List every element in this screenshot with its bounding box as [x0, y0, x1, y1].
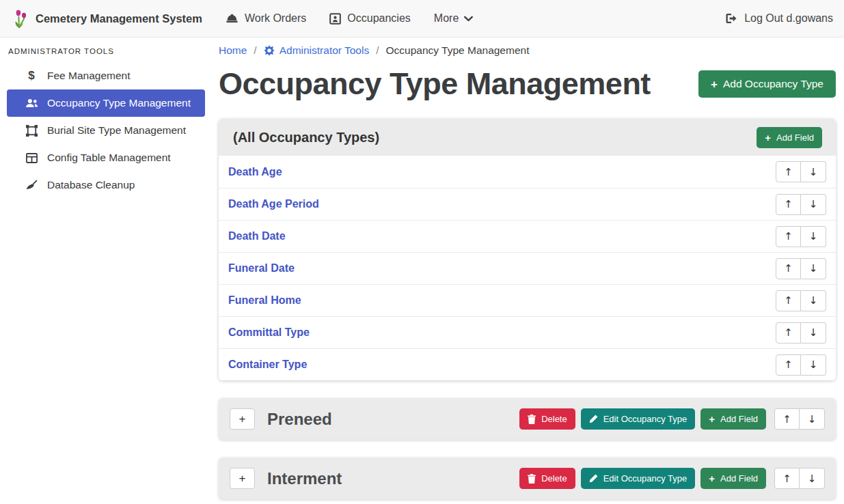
pencil-icon [589, 415, 598, 423]
edit-occupancy-type-button[interactable]: Edit Occupancy Type [581, 408, 696, 430]
arrow-up-icon: ↑ [784, 294, 793, 307]
move-up-button[interactable]: ↑ [774, 408, 800, 430]
plus-icon: + [711, 79, 718, 90]
field-row: Death Date ↑ ↓ [219, 220, 836, 252]
page-title: Occupancy Type Management [219, 66, 651, 102]
delete-button-label: Delete [541, 414, 567, 424]
sidebar-item-label: Database Cleanup [47, 179, 135, 191]
hard-hat-icon [226, 13, 239, 24]
move-up-button[interactable]: ↑ [776, 354, 801, 376]
users-icon [25, 98, 38, 108]
plus-icon: + [765, 132, 771, 143]
field-link[interactable]: Committal Type [228, 326, 310, 339]
move-up-button[interactable]: ↑ [776, 290, 801, 311]
move-down-button[interactable]: ↓ [801, 354, 826, 376]
plus-icon: + [239, 412, 246, 426]
expand-section-button[interactable]: + [230, 468, 255, 489]
sections-container: + Preneed Delete Edit [219, 398, 836, 499]
move-up-button[interactable]: ↑ [776, 226, 801, 247]
breadcrumb-admin-tools[interactable]: Administrator Tools [264, 44, 370, 57]
arrow-down-icon: ↓ [809, 230, 818, 242]
pencil-icon [589, 474, 598, 483]
add-field-button[interactable]: + Add Field [757, 127, 822, 148]
edit-button-label: Edit Occupancy Type [603, 473, 688, 484]
section-title: Preneed [267, 410, 332, 429]
move-up-button[interactable]: ↑ [776, 194, 801, 215]
add-field-button[interactable]: + Add Field [700, 468, 766, 489]
sidebar-item-occupancy-type-management[interactable]: Occupancy Type Management [7, 89, 205, 117]
breadcrumb: Home / Administrator Tools / Occupancy T… [219, 38, 836, 57]
chevron-down-icon [464, 16, 473, 22]
arrow-down-icon: ↓ [809, 294, 818, 307]
expand-section-button[interactable]: + [230, 408, 255, 430]
sidebar-item-fee-management[interactable]: $ Fee Management [7, 62, 205, 89]
breadcrumb-current: Occupancy Type Management [386, 44, 530, 57]
edit-occupancy-type-button[interactable]: Edit Occupancy Type [581, 468, 696, 489]
nav-more[interactable]: More [434, 12, 473, 25]
field-link[interactable]: Funeral Date [228, 262, 295, 275]
nav-work-orders-label: Work Orders [245, 12, 306, 25]
tulip-logo-icon [12, 8, 29, 29]
add-field-button[interactable]: + Add Field [700, 408, 766, 430]
arrow-up-icon: ↑ [784, 166, 793, 178]
breadcrumb-separator: / [376, 44, 379, 57]
nav-occupancies[interactable]: Occupancies [329, 12, 411, 25]
move-down-button[interactable]: ↓ [801, 290, 826, 311]
arrow-up-icon: ↑ [784, 359, 793, 371]
arrow-up-icon: ↑ [782, 413, 791, 425]
field-link[interactable]: Death Age Period [228, 198, 319, 210]
navbar-right: Log Out d.gowans [725, 12, 833, 25]
field-link[interactable]: Death Date [228, 230, 286, 242]
move-down-button[interactable]: ↓ [801, 161, 826, 182]
delete-button[interactable]: Delete [519, 408, 575, 430]
field-link[interactable]: Container Type [228, 359, 307, 371]
nav-work-orders[interactable]: Work Orders [226, 12, 306, 25]
navbar-links: Work Orders Occupancies More [226, 12, 473, 25]
breadcrumb-admin-tools-label: Administrator Tools [280, 44, 370, 57]
move-up-button[interactable]: ↑ [776, 258, 801, 279]
move-down-button[interactable]: ↓ [801, 194, 826, 215]
occupancy-type-section: + Interment Delete Edi [219, 458, 836, 499]
occupancy-type-section: + Preneed Delete Edit [219, 398, 836, 440]
sidebar-item-config-table-management[interactable]: Config Table Management [7, 144, 205, 171]
page-header: Occupancy Type Management + Add Occupanc… [219, 66, 836, 102]
app-brand[interactable]: Cemetery Management System [12, 8, 202, 29]
move-down-button[interactable]: ↓ [800, 408, 825, 430]
top-navbar: Cemetery Management System Work Orders O… [0, 0, 844, 38]
add-occupancy-type-button[interactable]: + Add Occupancy Type [698, 70, 836, 98]
sign-out-icon [725, 13, 738, 24]
field-row: Container Type ↑ ↓ [219, 348, 836, 380]
move-up-button[interactable]: ↑ [774, 468, 800, 489]
sidebar-item-database-cleanup[interactable]: Database Cleanup [7, 171, 205, 199]
move-up-button[interactable]: ↑ [776, 322, 801, 344]
field-link[interactable]: Death Age [228, 166, 282, 178]
reorder-buttons: ↑ ↓ [776, 161, 826, 182]
move-down-button[interactable]: ↓ [800, 468, 825, 489]
move-down-button[interactable]: ↓ [801, 322, 826, 344]
gear-icon [264, 45, 275, 56]
reorder-buttons: ↑ ↓ [774, 468, 825, 489]
add-field-label: Add Field [720, 414, 758, 424]
fields-list: Death Age ↑ ↓ Death Age Period ↑ ↓ Death… [219, 156, 836, 380]
arrow-down-icon: ↓ [809, 198, 818, 210]
nav-more-label: More [434, 12, 459, 25]
arrow-down-icon: ↓ [808, 413, 817, 425]
portrait-frame-icon [329, 13, 341, 25]
sidebar-item-label: Config Table Management [47, 152, 171, 164]
field-link[interactable]: Funeral Home [228, 294, 301, 307]
arrow-up-icon: ↑ [782, 473, 791, 485]
arrow-up-icon: ↑ [784, 262, 793, 275]
plus-icon: + [709, 473, 715, 484]
move-down-button[interactable]: ↓ [801, 258, 826, 279]
logout-link[interactable]: Log Out d.gowans [725, 12, 833, 25]
breadcrumb-separator: / [254, 44, 256, 57]
field-row: Death Age Period ↑ ↓ [219, 188, 836, 220]
move-down-button[interactable]: ↓ [801, 226, 826, 247]
delete-button[interactable]: Delete [519, 468, 575, 489]
breadcrumb-home-label: Home [219, 44, 247, 57]
sidebar-item-burial-site-type-management[interactable]: Burial Site Type Management [7, 117, 205, 144]
move-up-button[interactable]: ↑ [776, 161, 801, 182]
breadcrumb-home[interactable]: Home [219, 44, 247, 57]
arrow-down-icon: ↓ [809, 326, 818, 339]
edit-button-label: Edit Occupancy Type [603, 414, 688, 424]
